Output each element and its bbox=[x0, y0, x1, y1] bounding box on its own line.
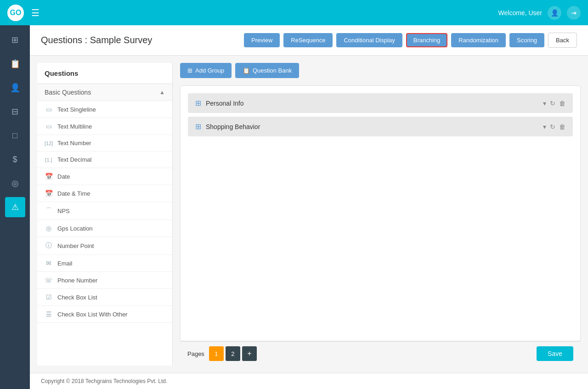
text-multiline-icon: ▭ bbox=[45, 123, 53, 130]
add-group-label: Add Group bbox=[195, 67, 224, 74]
list-item[interactable]: ☑ Check Box List bbox=[37, 289, 172, 306]
section-collapse-icon: ▲ bbox=[159, 89, 165, 96]
main-layout: ⊞ 📋 👤 ⊟ □ $ ◎ ⚠ Questions : Sample Surve… bbox=[0, 25, 588, 389]
group-icon: ⊞ bbox=[195, 122, 201, 131]
list-item[interactable]: 📅 Date bbox=[37, 168, 172, 185]
header-bar: Questions : Sample Survey Preview ReSequ… bbox=[30, 25, 588, 56]
question-label: NPS bbox=[57, 208, 70, 214]
list-item[interactable]: [1.] Text Decimal bbox=[37, 152, 172, 168]
list-item[interactable]: ⌒ NPS bbox=[37, 202, 172, 220]
copyright: Copyright © 2018 Techgrains Technologies… bbox=[30, 373, 588, 389]
list-item[interactable]: ◎ Gps Location bbox=[37, 220, 172, 237]
question-label: Check Box List With Other bbox=[57, 311, 127, 318]
header-buttons: Preview ReSequence Conditional Display B… bbox=[244, 33, 577, 48]
refresh-icon[interactable]: ↻ bbox=[550, 100, 555, 107]
back-button[interactable]: Back bbox=[548, 33, 577, 48]
save-button[interactable]: Save bbox=[537, 346, 573, 361]
date-icon: 📅 bbox=[45, 173, 53, 180]
basic-questions-section-header[interactable]: Basic Questions ▲ bbox=[37, 84, 172, 101]
hamburger-menu-icon[interactable]: ☰ bbox=[31, 7, 40, 18]
randomization-button[interactable]: Randomization bbox=[451, 33, 506, 47]
text-number-icon: [12] bbox=[45, 141, 53, 146]
basic-questions-label: Basic Questions bbox=[45, 89, 91, 96]
logout-icon[interactable]: ⇥ bbox=[567, 6, 581, 20]
question-bank-button[interactable]: 📋 Question Bank bbox=[235, 63, 299, 78]
question-label: Number Point bbox=[57, 242, 94, 249]
toolbar: ⊞ Add Group 📋 Question Bank bbox=[180, 63, 581, 78]
content-area: Questions : Sample Survey Preview ReSequ… bbox=[30, 25, 588, 389]
sidebar-item-square[interactable]: □ bbox=[5, 125, 25, 146]
group-shopping-behavior: ⊞ Shopping Behavior ▾ ↻ 🗑 bbox=[188, 117, 573, 136]
list-item[interactable]: ▭ Text Multiline bbox=[37, 118, 172, 135]
questions-panel: Questions Basic Questions ▲ ▭ Text Singl… bbox=[37, 63, 173, 366]
group-name: Shopping Behavior bbox=[206, 123, 260, 130]
list-item[interactable]: ☏ Phone Number bbox=[37, 272, 172, 289]
nps-icon: ⌒ bbox=[45, 207, 53, 215]
number-point-icon: ⓘ bbox=[45, 242, 53, 250]
app-logo[interactable]: GO bbox=[7, 5, 24, 21]
chevron-down-icon[interactable]: ▾ bbox=[543, 123, 546, 130]
group-icon: ⊞ bbox=[195, 99, 201, 107]
chevron-down-icon[interactable]: ▾ bbox=[543, 100, 546, 107]
sidebar-item-circle[interactable]: ◎ bbox=[5, 173, 25, 193]
question-label: Email bbox=[57, 260, 73, 267]
add-group-icon: ⊞ bbox=[187, 67, 192, 74]
delete-icon[interactable]: 🗑 bbox=[559, 100, 565, 107]
group-right: ▾ ↻ 🗑 bbox=[543, 100, 565, 107]
question-label: Date bbox=[57, 173, 70, 180]
footer-bar: Pages 1 2 + Save bbox=[180, 341, 581, 366]
question-label: Gps Location bbox=[57, 225, 93, 232]
date-time-icon: 📅 bbox=[45, 190, 53, 197]
list-item[interactable]: ▭ Text Singleline bbox=[37, 101, 172, 118]
delete-icon[interactable]: 🗑 bbox=[559, 123, 565, 130]
right-panel: ⊞ Add Group 📋 Question Bank ⊞ Personal I… bbox=[173, 56, 588, 373]
sidebar-item-dollar[interactable]: $ bbox=[5, 149, 25, 169]
list-item[interactable]: ✉ Email bbox=[37, 255, 172, 272]
pages-section: Pages 1 2 + bbox=[187, 346, 257, 361]
sidebar-item-book[interactable]: 📋 bbox=[5, 54, 25, 74]
group-personal-info: ⊞ Personal Info ▾ ↻ 🗑 bbox=[188, 93, 573, 113]
add-group-button[interactable]: ⊞ Add Group bbox=[180, 63, 232, 78]
branching-button[interactable]: Branching bbox=[406, 33, 448, 47]
topbar-left: GO ☰ bbox=[7, 5, 40, 21]
sidebar-item-user[interactable]: 👤 bbox=[5, 78, 25, 98]
refresh-icon[interactable]: ↻ bbox=[550, 123, 555, 130]
user-avatar-icon[interactable]: 👤 bbox=[548, 6, 561, 20]
group-name: Personal Info bbox=[206, 100, 244, 107]
sidebar-item-layers[interactable]: ⊟ bbox=[5, 101, 25, 122]
list-item[interactable]: ☰ Check Box List With Other bbox=[37, 306, 172, 323]
email-icon: ✉ bbox=[45, 259, 53, 267]
list-item[interactable]: 📅 Date & Time bbox=[37, 185, 172, 202]
question-label: Text Singleline bbox=[57, 106, 96, 113]
group-right: ▾ ↻ 🗑 bbox=[543, 123, 565, 130]
gps-icon: ◎ bbox=[45, 225, 53, 232]
welcome-text: Welcome, User bbox=[498, 9, 542, 17]
phone-icon: ☏ bbox=[45, 276, 53, 284]
question-label: Text Decimal bbox=[57, 156, 91, 163]
sidebar-item-alert[interactable]: ⚠ bbox=[5, 197, 25, 217]
checkbox-list-other-icon: ☰ bbox=[45, 310, 53, 318]
questions-panel-title: Questions bbox=[37, 63, 172, 84]
scoring-button[interactable]: Scoring bbox=[509, 33, 544, 47]
question-label: Date & Time bbox=[57, 190, 90, 197]
page-2-button[interactable]: 2 bbox=[226, 346, 240, 361]
resequence-button[interactable]: ReSequence bbox=[283, 33, 333, 47]
group-left: ⊞ Personal Info bbox=[195, 99, 244, 107]
topbar-right: Welcome, User 👤 ⇥ bbox=[498, 6, 581, 20]
checkbox-list-icon: ☑ bbox=[45, 293, 53, 301]
text-decimal-icon: [1.] bbox=[45, 157, 53, 163]
conditional-display-button[interactable]: Conditional Display bbox=[336, 33, 402, 47]
question-label: Check Box List bbox=[57, 294, 97, 301]
topbar: GO ☰ Welcome, User 👤 ⇥ bbox=[0, 0, 588, 25]
pages-label: Pages bbox=[187, 350, 204, 357]
preview-button[interactable]: Preview bbox=[244, 33, 280, 47]
group-left: ⊞ Shopping Behavior bbox=[195, 122, 260, 131]
sidebar-item-dashboard[interactable]: ⊞ bbox=[5, 30, 25, 50]
list-item[interactable]: ⓘ Number Point bbox=[37, 237, 172, 255]
list-item[interactable]: [12] Text Number bbox=[37, 135, 172, 152]
add-page-button[interactable]: + bbox=[242, 346, 257, 361]
groups-area: ⊞ Personal Info ▾ ↻ 🗑 ⊞ Shopping Behavio bbox=[180, 85, 581, 341]
left-sidebar: ⊞ 📋 👤 ⊟ □ $ ◎ ⚠ bbox=[0, 25, 30, 389]
page-title: Questions : Sample Survey bbox=[41, 35, 152, 45]
page-1-button[interactable]: 1 bbox=[209, 346, 224, 361]
